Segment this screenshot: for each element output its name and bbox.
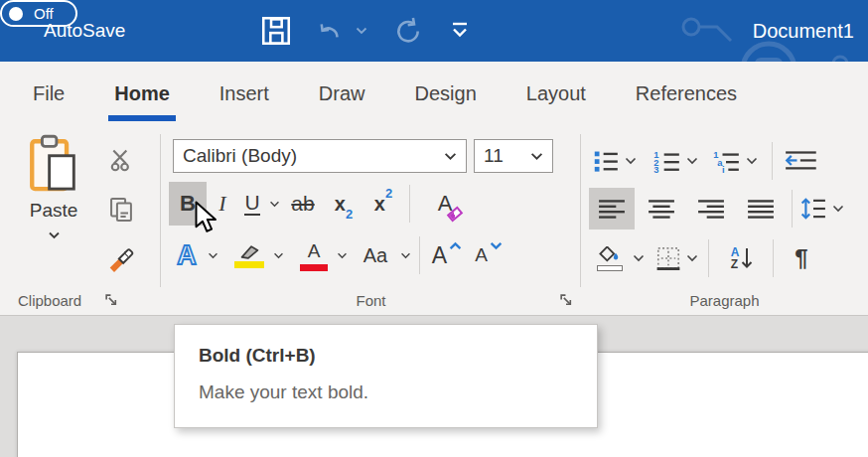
paste-icon	[29, 134, 78, 192]
line-spacing-icon	[800, 197, 826, 221]
multilevel-list-icon: 1 a i	[712, 149, 740, 173]
divider	[409, 185, 410, 223]
change-case-button[interactable]: Aa	[354, 233, 397, 277]
tooltip-body: Make your text bold.	[199, 381, 573, 403]
paragraph-row-3: A Z ¶	[591, 235, 868, 281]
superscript-button[interactable]: x 2	[363, 182, 403, 226]
font-row-3: A A Aa	[169, 232, 581, 278]
chevron-down-icon[interactable]	[633, 254, 645, 262]
tab-design[interactable]: Design	[390, 62, 502, 126]
dialog-launcher-icon	[104, 293, 118, 307]
chevron-down-icon	[269, 201, 280, 208]
save-icon	[259, 14, 293, 48]
text-effects-chevron[interactable]	[205, 233, 220, 277]
superscript-digit: 2	[385, 186, 392, 201]
shading-color-bar	[597, 265, 623, 271]
font-size-combo[interactable]: 11	[474, 139, 553, 173]
clipboard-group-label: Clipboard	[18, 292, 81, 309]
change-case-chevron[interactable]	[397, 233, 413, 277]
multilevel-list-button[interactable]: 1 a i	[712, 139, 758, 183]
tab-file[interactable]: File	[8, 62, 89, 126]
subscript-button[interactable]: x 2	[324, 182, 363, 226]
chevron-down-icon	[273, 252, 284, 259]
numbering-button[interactable]: 1 2 3	[652, 139, 698, 183]
undo-icon	[313, 17, 345, 45]
highlight-menu-chevron[interactable]	[270, 233, 286, 277]
decrease-indent-button[interactable]	[785, 139, 818, 183]
paragraph-row-2	[589, 186, 868, 231]
paste-button[interactable]: Paste	[16, 134, 91, 281]
align-center-button[interactable]	[639, 188, 684, 229]
chevron-down-icon	[356, 27, 367, 35]
paste-label: Paste	[30, 200, 78, 222]
align-left-button[interactable]	[589, 188, 635, 229]
chevron-down-icon	[48, 231, 61, 239]
clipboard-mini-buttons	[99, 138, 143, 281]
undo-button[interactable]	[308, 0, 350, 62]
paragraph-group-label: Paragraph	[689, 292, 759, 309]
shrink-font-button[interactable]: A	[468, 233, 509, 277]
text-effects-button[interactable]: A	[169, 233, 205, 277]
multilevel-mark-i: i	[722, 165, 725, 173]
font-color-bar	[300, 264, 328, 271]
font-footer: Font	[161, 287, 581, 313]
tab-layout[interactable]: Layout	[502, 62, 611, 126]
shading-bucket-icon	[597, 246, 623, 264]
align-center-icon	[648, 199, 675, 220]
save-button[interactable]	[256, 0, 296, 62]
tab-insert[interactable]: Insert	[195, 62, 294, 126]
chevron-down-icon	[444, 152, 457, 161]
show-formatting-marks-button[interactable]: ¶	[782, 236, 821, 280]
strikethrough-button[interactable]: ab	[282, 182, 324, 226]
arrow-down-icon	[741, 247, 753, 269]
quick-access-chevron-icon	[448, 21, 472, 41]
copy-button[interactable]	[99, 188, 143, 231]
tab-home[interactable]: Home	[89, 62, 195, 126]
scissors-icon	[108, 147, 134, 174]
underline-menu-chevron[interactable]	[266, 182, 282, 226]
underline-letter: U	[244, 192, 259, 216]
text-highlight-button[interactable]	[228, 233, 270, 277]
clipboard-footer: Clipboard	[0, 287, 161, 313]
title-bar: AutoSave Off Document1	[0, 0, 868, 62]
italic-button[interactable]: I	[207, 182, 238, 226]
bold-button[interactable]: B	[169, 182, 207, 226]
tab-references[interactable]: References	[611, 62, 762, 126]
clipboard-dialog-launcher[interactable]	[103, 293, 118, 308]
font-size-value: 11	[484, 145, 504, 167]
divider	[772, 142, 773, 180]
copy-icon	[108, 196, 134, 224]
chevron-down-icon	[530, 152, 543, 161]
highlight-color-bar	[234, 261, 264, 268]
sort-letter-z: Z	[731, 258, 740, 270]
bullet-list-icon	[593, 149, 619, 173]
dialog-launcher-icon	[559, 293, 573, 307]
grow-font-button[interactable]: A	[426, 233, 468, 277]
font-name-combo[interactable]: Calibri (Body)	[173, 139, 467, 173]
subscript-digit: 2	[346, 207, 353, 222]
decrease-indent-icon	[785, 149, 818, 173]
font-dialog-launcher[interactable]	[558, 293, 573, 308]
numbering-digit-3: 3	[653, 165, 658, 173]
line-spacing-button[interactable]	[800, 187, 844, 230]
font-color-button[interactable]: A	[294, 233, 334, 277]
tab-draw[interactable]: Draw	[294, 62, 390, 126]
chevron-down-icon	[832, 205, 844, 213]
shading-button[interactable]	[591, 236, 629, 280]
borders-button[interactable]	[656, 236, 698, 280]
chevron-down-icon	[746, 157, 758, 165]
font-color-chevron[interactable]	[334, 233, 350, 277]
undo-menu-chevron[interactable]	[352, 0, 371, 62]
sort-button[interactable]: A Z	[719, 246, 765, 270]
redo-button[interactable]	[387, 0, 429, 62]
numbered-list-icon: 1 2 3	[652, 149, 680, 173]
underline-button[interactable]: U	[238, 182, 266, 226]
bullets-button[interactable]	[593, 139, 637, 183]
chevron-down-icon	[686, 157, 698, 165]
align-right-button[interactable]	[688, 188, 734, 229]
justify-button[interactable]	[738, 188, 784, 229]
quick-access-toolbar-button[interactable]	[445, 0, 475, 62]
cut-button[interactable]	[99, 138, 143, 182]
format-painter-button[interactable]	[99, 237, 143, 281]
clear-formatting-button[interactable]: A	[422, 182, 468, 226]
